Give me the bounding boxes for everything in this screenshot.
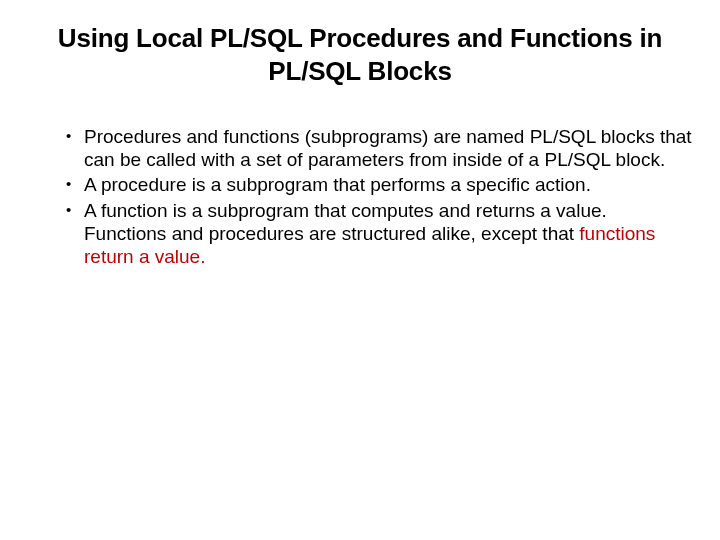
bullet-text: Procedures and functions (subprograms) a… [84,126,692,170]
list-item: A procedure is a subprogram that perform… [66,173,692,196]
list-item: A function is a subprogram that computes… [66,199,692,269]
list-item: Procedures and functions (subprograms) a… [66,125,692,171]
title-line-2: PL/SQL Blocks [268,56,451,86]
title-line-1: Using Local PL/SQL Procedures and Functi… [58,23,662,53]
bullet-text: A function is a subprogram that computes… [84,200,607,244]
bullet-list: Procedures and functions (subprograms) a… [28,125,692,268]
slide-title: Using Local PL/SQL Procedures and Functi… [28,22,692,87]
bullet-text: A procedure is a subprogram that perform… [84,174,591,195]
